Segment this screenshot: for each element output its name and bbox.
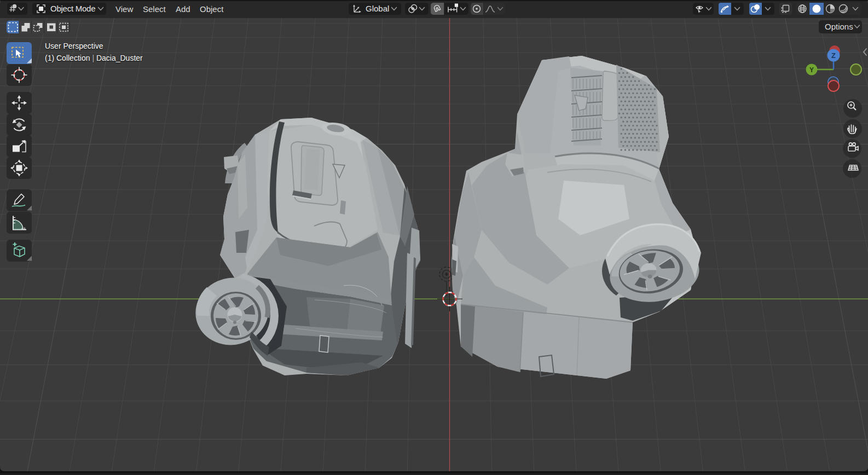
svg-text:Z: Z	[831, 51, 836, 60]
svg-text:Y: Y	[809, 66, 814, 74]
